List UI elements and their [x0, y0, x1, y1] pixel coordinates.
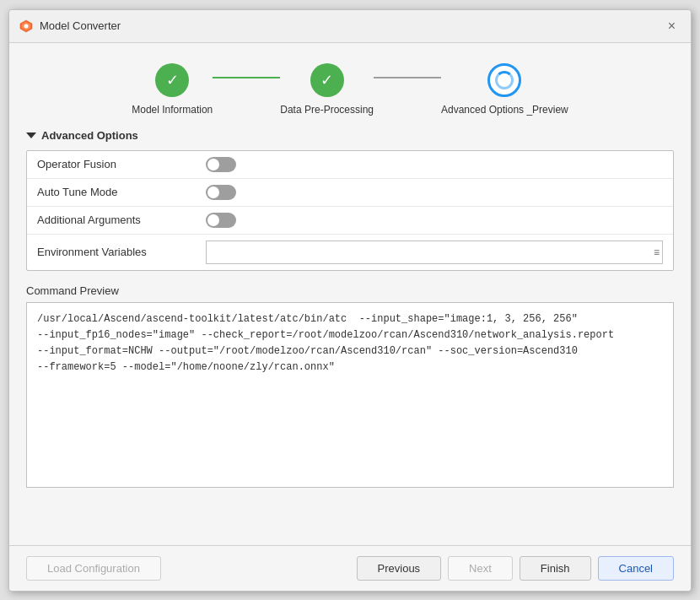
command-preview-label: Command Preview [26, 284, 674, 297]
operator-fusion-row: Operator Fusion [27, 151, 673, 179]
step-data-preprocessing: ✓ Data Pre-Processing [280, 63, 374, 116]
step-3-spinner [495, 71, 514, 89]
additional-arguments-label: Additional Arguments [37, 214, 206, 226]
next-button[interactable]: Next [448, 556, 513, 581]
model-converter-dialog: Model Converter × ✓ Model Information ✓ … [8, 9, 692, 592]
finish-button[interactable]: Finish [520, 556, 591, 581]
load-configuration-button[interactable]: Load Configuration [26, 556, 161, 581]
step-3-label: Advanced Options _Preview [441, 104, 568, 116]
environment-variables-input-wrapper: ≡ [206, 241, 663, 264]
cancel-button[interactable]: Cancel [598, 556, 674, 581]
env-input-list-icon: ≡ [654, 246, 660, 258]
step-2-check: ✓ [320, 71, 333, 89]
environment-variables-row: Environment Variables ≡ [27, 235, 673, 270]
additional-arguments-toggle[interactable] [206, 213, 236, 228]
dialog-title: Model Converter [40, 19, 121, 32]
step-1-label: Model Information [132, 104, 213, 116]
previous-button[interactable]: Previous [357, 556, 442, 581]
options-table: Operator Fusion Auto Tune Mode Additiona… [26, 150, 674, 271]
step-2-label: Data Pre-Processing [280, 104, 374, 116]
connector-1 [213, 77, 280, 78]
operator-fusion-toggle[interactable] [206, 157, 236, 172]
step-1-check: ✓ [166, 71, 179, 89]
environment-variables-label: Environment Variables [37, 246, 206, 258]
collapse-triangle-icon[interactable] [26, 132, 36, 138]
advanced-options-header: Advanced Options [26, 129, 674, 142]
auto-tune-row: Auto Tune Mode [27, 179, 673, 207]
title-bar: Model Converter × [9, 10, 691, 43]
main-content: Advanced Options Operator Fusion Auto Tu… [9, 129, 691, 545]
svg-point-2 [24, 24, 29, 28]
command-preview-textarea[interactable] [26, 302, 674, 488]
step-2-circle: ✓ [310, 63, 344, 97]
footer: Load Configuration Previous Next Finish … [9, 545, 691, 591]
app-icon [19, 19, 33, 33]
auto-tune-toggle[interactable] [206, 185, 236, 200]
environment-variables-input[interactable] [206, 241, 663, 264]
connector-2 [374, 77, 441, 78]
step-3-circle [487, 63, 521, 97]
auto-tune-label: Auto Tune Mode [37, 186, 206, 198]
stepper: ✓ Model Information ✓ Data Pre-Processin… [9, 43, 691, 129]
title-bar-left: Model Converter [19, 19, 121, 33]
advanced-options-title: Advanced Options [41, 129, 138, 142]
step-model-information: ✓ Model Information [132, 63, 213, 116]
step-1-circle: ✓ [155, 63, 189, 97]
step-advanced-options: Advanced Options _Preview [441, 63, 568, 116]
operator-fusion-label: Operator Fusion [37, 158, 206, 170]
close-button[interactable]: × [663, 17, 681, 35]
additional-arguments-row: Additional Arguments [27, 207, 673, 235]
